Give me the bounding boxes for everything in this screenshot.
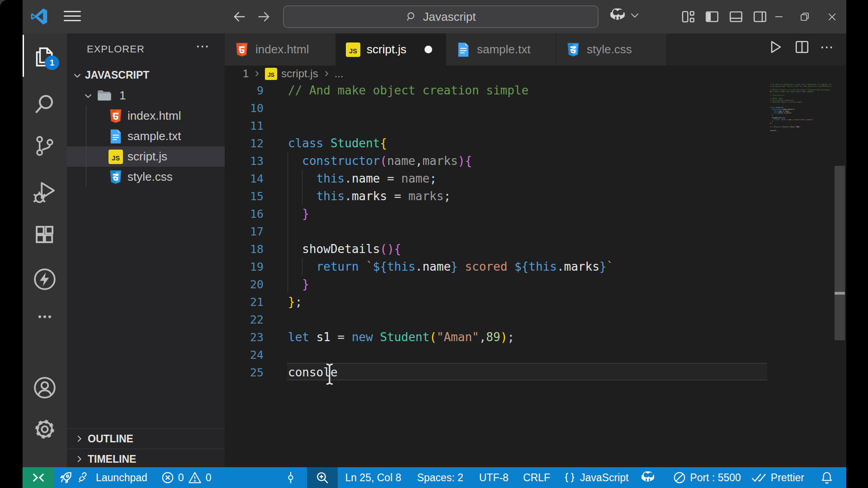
activity-bar-item-thunder-client[interactable] [23,262,67,296]
section-javascript[interactable]: JAVASCRIPT [67,65,225,85]
breadcrumb-symbol[interactable]: ... [335,67,344,80]
line-number-23: 23 [225,328,264,346]
split-editor-icon[interactable] [794,39,810,55]
tab-index.html[interactable]: index.html [225,33,336,66]
status-screencast[interactable] [284,467,297,488]
more-actions-icon[interactable]: ⋯ [196,38,211,54]
close-button[interactable] [817,0,846,33]
ellipsis-icon[interactable]: ⋯ [820,42,835,52]
scrollbar-thumb[interactable] [835,166,845,340]
minimize-button[interactable] [766,0,792,33]
command-center-search[interactable]: Javascript [283,5,599,28]
status-zoom[interactable] [307,467,338,488]
status-remote[interactable] [23,467,54,488]
code-line-18: showDetails(){ [288,240,401,258]
status-port[interactable]: Port : 5500 [673,467,741,488]
arrow-left-icon[interactable] [232,9,247,24]
gear-icon [33,417,57,441]
status-label: CRLF [523,472,550,484]
line-number-19: 19 [225,258,264,276]
folder-row[interactable]: 1 [67,85,225,106]
file-row-sample.txt[interactable]: sample.txt [67,126,225,146]
status-language[interactable]: JavaScript [563,467,628,488]
extensions-icon [33,225,57,248]
activity-bar [23,33,67,467]
tab-style.css[interactable]: style.css [556,33,667,66]
status-cursor-position[interactable]: Ln 25, Col 8 [345,467,401,488]
menu-icon[interactable] [64,11,81,23]
status-prettier[interactable]: Prettier [751,467,804,488]
code-line-15: this.marks = marks; [288,188,451,205]
status-encoding[interactable]: UTF-8 [479,467,509,488]
breadcrumb-folder[interactable]: 1 [243,67,249,80]
indent-guide [302,258,302,276]
sidebar-title: EXPLORER [87,43,145,55]
activity-bar-item-search[interactable] [23,87,67,121]
restore-button[interactable] [792,0,817,33]
folder-icon [97,89,112,103]
copilot-button[interactable] [609,8,639,23]
account-icon [33,375,57,400]
unsaved-dot-icon[interactable] [425,46,432,53]
line-number-20: 20 [225,276,264,293]
indent-guide [288,152,288,293]
file-label: script.js [127,150,167,164]
arrow-right-icon[interactable] [256,9,271,24]
debug-icon [33,180,57,204]
timeline-section[interactable]: TIMELINE [67,449,225,469]
chevron-down-icon [72,70,82,80]
status-copilot[interactable] [640,467,656,488]
toggle-panel-icon[interactable] [728,9,744,24]
circle-slash-icon [673,471,686,484]
tab-bar: index.htmlJSscript.jssample.txtstyle.css [225,33,846,66]
file-row-index.html[interactable]: index.html [67,106,225,126]
line-number-22: 22 [225,311,264,328]
activity-bar-item-more[interactable] [23,300,67,334]
svg-text:JS: JS [268,72,274,78]
customize-layout-icon[interactable] [680,9,696,24]
status-indentation[interactable]: Spaces: 2 [417,467,463,488]
js-icon: JS [108,149,123,164]
timeline-label: TIMELINE [88,453,136,465]
status-launchpad[interactable]: Launchpad [59,467,147,488]
error-icon [161,471,175,484]
activity-bar-item-explorer[interactable] [23,40,67,74]
breadcrumb-file[interactable]: script.js [281,67,318,80]
activity-bar-item-run-debug[interactable] [23,175,67,209]
chevron-right-icon [74,434,84,444]
double-check-icon [751,472,767,483]
outline-section[interactable]: OUTLINE [67,428,225,449]
activity-bar-item-account[interactable] [23,371,67,405]
lightning-icon [33,267,57,291]
tab-sample.txt[interactable]: sample.txt [446,33,556,66]
html-icon [235,42,249,57]
remote-icon [30,469,47,486]
run-icon[interactable] [767,38,784,56]
status-problems[interactable]: 00 [161,467,212,488]
toggle-secondary-sidebar-icon[interactable] [752,9,768,24]
activity-bar-item-extensions[interactable] [23,219,67,253]
status-bar: Launchpad00 Ln 25, Col 8Spaces: 2UTF-8CR… [23,467,846,488]
status-eol[interactable]: CRLF [523,467,550,488]
file-label: sample.txt [127,129,181,143]
file-row-script.js[interactable]: JSscript.js [67,146,225,167]
activity-bar-item-settings[interactable] [23,412,67,446]
toggle-sidebar-icon[interactable] [704,9,720,24]
file-label: style.css [127,170,173,184]
tree-indent-guide [86,105,86,187]
code-line-23: let s1 = new Student("Aman",89); [288,328,514,346]
scrollbar-cursor-marker [835,292,845,295]
code-editor[interactable]: 910111213141516171819202122232425 // And… [225,82,846,467]
file-row-style.css[interactable]: style.css [67,167,225,187]
code-line-13: constructor(name,marks){ [288,152,472,170]
status-notifications[interactable] [820,467,834,488]
minimap[interactable]: // A class in JavaScript is just like a … [770,84,835,219]
tab-script.js[interactable]: JSscript.js [336,33,446,66]
sidebar-header: EXPLORER ⋯ [67,33,225,66]
file-label: index.html [127,109,181,123]
breadcrumb: 1 JS script.js ... [225,66,846,82]
line-number-14: 14 [225,170,264,188]
activity-bar-item-source-control[interactable] [23,129,67,163]
chevron-down-icon [631,13,639,18]
svg-text:JS: JS [349,47,357,55]
